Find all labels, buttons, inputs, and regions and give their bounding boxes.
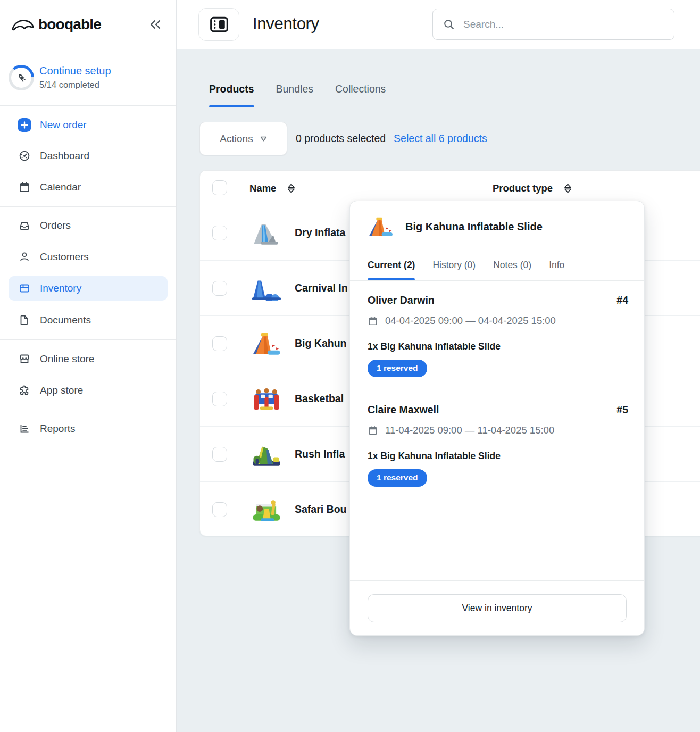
product-name: Carnival In	[295, 261, 348, 315]
row-checkbox[interactable]	[212, 392, 227, 406]
tab-products[interactable]: Products	[209, 83, 254, 107]
row-checkbox[interactable]	[212, 281, 227, 296]
booking-period: 04-04-2025 09:00 — 04-04-2025 15:00	[385, 314, 556, 328]
booking-customer: Claire Maxwell	[368, 403, 439, 417]
sidebar-item-online-store[interactable]: Online store	[9, 347, 168, 371]
popover-product-thumbnail	[368, 215, 394, 238]
storefront-icon	[18, 353, 31, 365]
app-screen: booqable	[0, 0, 700, 732]
sidebar-item-label: Dashboard	[40, 150, 89, 162]
popover-tabs: Current (2) History (0) Notes (0) Info	[350, 252, 644, 281]
sidebar-item-documents[interactable]: Documents	[9, 308, 168, 332]
page-icon-button[interactable]	[198, 8, 239, 41]
actions-label: Actions	[220, 133, 253, 145]
magnifier-icon	[443, 18, 455, 31]
inventory-tabs: Products Bundles Collections	[209, 83, 386, 107]
search-input[interactable]	[463, 19, 664, 30]
calendar-icon	[368, 425, 378, 436]
booking-period: 11-04-2025 09:00 — 11-04-2025 15:00	[385, 423, 554, 437]
logo-wordmark: booqable	[38, 16, 101, 33]
sidebar-item-customers[interactable]: Customers	[9, 245, 168, 269]
sidebar-item-label: Inventory	[40, 282, 81, 294]
column-header-name: Name	[249, 182, 276, 194]
continue-setup-row[interactable]: Continue setup 5/14 completed	[0, 49, 176, 106]
sidebar-item-label: Online store	[40, 353, 94, 365]
sidebar-item-reports[interactable]: Reports	[9, 417, 168, 441]
booking-item[interactable]: Claire Maxwell #5 11-04-2025 09:00 — 11-…	[350, 390, 644, 500]
document-icon	[18, 314, 31, 327]
product-name: Rush Infla	[295, 427, 345, 481]
product-thumbnail-obstacle-course	[249, 440, 284, 468]
booking-item[interactable]: Oliver Darwin #4 04-04-2025 09:00 — 04-0…	[350, 281, 644, 390]
booking-customer: Oliver Darwin	[368, 293, 435, 307]
product-thumbnail-safari-bounce	[249, 496, 284, 523]
product-name: Safari Bou	[295, 482, 347, 536]
sidebar-item-label: Calendar	[40, 181, 81, 193]
sidebar-item-label: App store	[40, 385, 83, 396]
sidebar-item-orders[interactable]: Orders	[9, 213, 168, 238]
sidebar-item-label: Customers	[40, 251, 89, 263]
sidebar-divider	[0, 447, 176, 447]
popover-tab-history[interactable]: History (0)	[432, 252, 476, 280]
popover-tab-info[interactable]: Info	[549, 252, 564, 280]
select-all-checkbox[interactable]	[212, 180, 227, 195]
popover-tab-notes[interactable]: Notes (0)	[493, 252, 531, 280]
chevron-down-icon	[260, 136, 267, 142]
setup-progress-ring	[9, 65, 34, 90]
select-all-link[interactable]: Select all 6 products	[394, 132, 487, 145]
sidebar-item-calendar[interactable]: Calendar	[9, 175, 168, 199]
popover-header: Big Kahuna Inflatable Slide	[350, 201, 644, 238]
view-in-inventory-button[interactable]: View in inventory	[368, 594, 627, 622]
product-thumbnail-basketball	[249, 385, 284, 413]
popover-title: Big Kahuna Inflatable Slide	[405, 221, 543, 233]
product-detail-popover: Big Kahuna Inflatable Slide Current (2) …	[349, 201, 645, 636]
tab-collections[interactable]: Collections	[335, 83, 386, 107]
popover-spacer	[350, 500, 644, 580]
sidebar-item-label: Orders	[40, 220, 71, 231]
row-checkbox[interactable]	[212, 226, 227, 240]
product-name: Dry Inflata	[295, 205, 345, 260]
sidebar: booqable	[0, 0, 177, 732]
chevrons-left-icon	[148, 18, 162, 31]
rocket-icon	[15, 72, 28, 83]
row-checkbox[interactable]	[212, 502, 227, 517]
plus-circle-icon	[18, 118, 31, 132]
collapse-sidebar-button[interactable]	[146, 16, 164, 33]
sidebar-divider	[0, 339, 176, 340]
product-thumbnail-gray-blue-slide	[249, 219, 284, 247]
booking-order-number: #4	[616, 294, 628, 306]
search-box	[432, 9, 674, 40]
sort-icon[interactable]	[563, 183, 572, 194]
reserved-badge: 1 reserved	[368, 360, 427, 377]
bar-chart-icon	[18, 422, 31, 435]
row-checkbox[interactable]	[212, 447, 227, 462]
booking-order-number: #5	[616, 404, 628, 416]
calendar-icon	[368, 315, 378, 327]
inbox-icon	[18, 219, 31, 232]
column-header-product-type: Product type	[493, 182, 553, 194]
sidebar-item-label: New order	[40, 119, 87, 131]
sidebar-item-label: Reports	[40, 423, 76, 435]
tab-bundles[interactable]: Bundles	[276, 83, 313, 107]
calendar-icon	[18, 181, 31, 194]
sidebar-item-app-store[interactable]: App store	[9, 378, 168, 403]
panel-icon	[209, 15, 229, 34]
popover-footer: View in inventory	[350, 580, 644, 635]
product-name: Big Kahun	[295, 316, 347, 371]
continue-setup-label: Continue setup	[39, 65, 111, 77]
row-checkbox[interactable]	[212, 336, 227, 351]
actions-button[interactable]: Actions	[199, 122, 287, 155]
sidebar-item-inventory[interactable]: Inventory	[9, 276, 168, 301]
popover-tab-current[interactable]: Current (2)	[368, 252, 415, 280]
product-name: Basketbal	[295, 371, 344, 426]
person-icon	[18, 251, 31, 263]
sidebar-item-new-order[interactable]: New order	[9, 113, 168, 137]
sidebar-item-dashboard[interactable]: Dashboard	[9, 144, 168, 168]
topbar: Inventory	[177, 0, 700, 49]
booking-line-item: 1x Big Kahuna Inflatable Slide	[368, 450, 628, 462]
sort-icon[interactable]	[287, 183, 296, 194]
selection-count: 0 products selected	[296, 132, 386, 145]
toolbar: Actions 0 products selected Select all 6…	[199, 122, 487, 155]
product-thumbnail-blue-slide	[249, 274, 284, 302]
box-icon	[18, 282, 31, 295]
